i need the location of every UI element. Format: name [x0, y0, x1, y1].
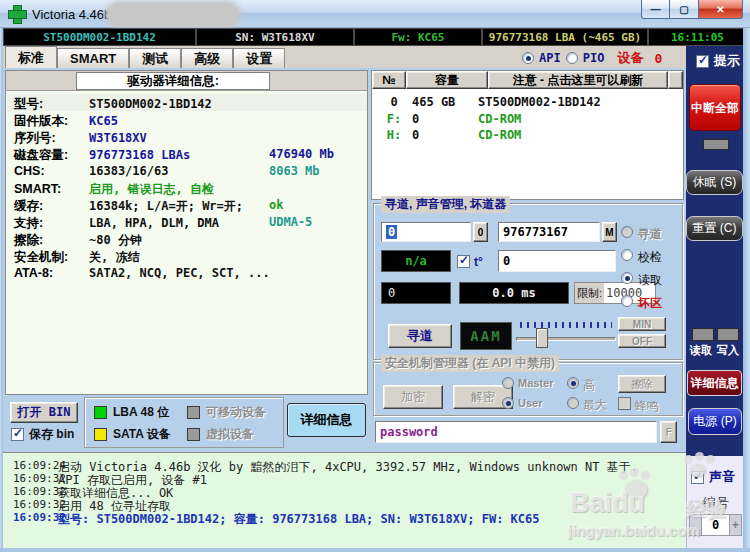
window-controls: — ▢ ✕ [641, 0, 743, 19]
seek-radio[interactable] [621, 226, 633, 238]
f-button[interactable]: F [660, 421, 677, 443]
beep-checkbox-label: 蜂鸣 [635, 398, 659, 415]
max-lba-button[interactable]: M [602, 222, 617, 242]
passport-details-button[interactable]: 详细信息 [287, 403, 366, 437]
spinner-value[interactable]: 0 [702, 514, 729, 536]
censored-blob [108, 3, 238, 26]
write-led [717, 328, 739, 341]
api-radio[interactable] [522, 52, 534, 64]
erase-button[interactable]: 擦除 [618, 375, 666, 393]
info-row-ata8: ATA-8:SATA2, NCQ, PEC, SCT, ... [14, 266, 270, 282]
seek-button[interactable]: 寻道 [388, 324, 452, 348]
info-row-serial: 序列号:W3T618XV [14, 130, 147, 146]
counter-lcd: 0 [381, 282, 451, 304]
tab-bar: 标准 SMART 测试 高级 设置 API PIO 设备 0 [3, 46, 686, 68]
security-panel: 安全机制管理器 (在 API 中禁用) 加密 解密 Master User 高 … [373, 362, 683, 416]
reset-button[interactable]: 重置 (C) [686, 216, 743, 241]
aam-slider-thumb[interactable] [536, 328, 548, 348]
drive-list-table: № 容量 注意 - 点击这里可以刷新 0 465 GB ST500DM002-1… [371, 70, 684, 200]
log-panel[interactable]: 16:09:24启动 Victoria 4.46b 汉化 by 黯然的泪下, 4… [3, 452, 686, 548]
pio-radio[interactable] [566, 52, 578, 64]
col-capacity[interactable]: 容量 [406, 71, 488, 89]
offset-input[interactable]: 0 [498, 250, 616, 272]
drive-details-button[interactable]: 详细信息 [687, 370, 742, 396]
legend-sata: SATA 设备 [94, 426, 171, 443]
high-radio-label: 高 [583, 377, 595, 394]
sound-label: 声音 [709, 468, 735, 486]
minimize-button[interactable]: — [641, 0, 670, 19]
sound-checkbox[interactable] [691, 471, 704, 484]
save-bin-checkbox[interactable] [11, 428, 24, 441]
info-row-security: 安全机制:关, 冻结 [14, 249, 139, 265]
beep-checkbox[interactable] [618, 397, 631, 410]
abort-all-button[interactable]: 中断全部 [689, 84, 741, 131]
password-input[interactable]: password [375, 421, 657, 443]
aam-min-button[interactable]: MIN [618, 317, 666, 331]
user-radio-label: User [518, 397, 542, 409]
status-clock: 16:11:05 [648, 28, 747, 46]
latency-lcd: 0.0 ms [459, 282, 569, 304]
col-refresh[interactable]: 注意 - 点击这里可以刷新 [488, 71, 668, 89]
col-number[interactable]: № [372, 71, 406, 89]
verify-radio[interactable] [621, 249, 633, 261]
app-icon [8, 5, 25, 22]
hint-group: 提示 [696, 52, 740, 70]
info-row-erase: 擦除:~80 分钟 [14, 232, 142, 248]
master-radio[interactable] [502, 377, 514, 389]
master-radio-label: Master [518, 377, 553, 389]
window-border-left [0, 28, 3, 552]
read-radio[interactable] [621, 272, 633, 284]
user-radio[interactable] [502, 397, 514, 409]
temperature-checkbox[interactable] [457, 255, 470, 268]
security-panel-title: 安全机制管理器 (在 API 中禁用) [381, 355, 559, 372]
title-bar: Victoria 4.46b — ▢ ✕ [0, 0, 750, 28]
bad-sector-radio[interactable] [621, 295, 633, 307]
maximize-button[interactable]: ▢ [670, 0, 698, 19]
info-row-model: 型号:ST500DM002-1BD142 [14, 96, 212, 112]
drive-list-header: № 容量 注意 - 点击这里可以刷新 [372, 71, 683, 89]
status-bar: ST500DM002-1BD142 SN: W3T618XV Fw: KC65 … [3, 28, 747, 46]
spinner-plus-button[interactable]: + [729, 514, 742, 536]
window-border-bottom [0, 548, 750, 552]
max-radio-label: 最大 [583, 397, 607, 414]
tab-settings[interactable]: 设置 [233, 48, 285, 68]
start-lba-input[interactable]: 0 [381, 222, 471, 242]
tab-test[interactable]: 测试 [129, 48, 181, 68]
info-row-firmware: 固件版本:KC65 [14, 113, 118, 129]
aam-slider-track[interactable] [516, 337, 616, 341]
limit-label: 限制: [575, 283, 604, 303]
temperature-label: t° [474, 255, 483, 269]
legend-virtual: 虚拟设备 [187, 426, 254, 443]
drive-info-header[interactable]: 驱动器详细信息: [76, 72, 270, 90]
end-lba-input[interactable]: 976773167 [498, 222, 600, 242]
start-zero-button[interactable]: 0 [473, 222, 488, 242]
high-radio[interactable] [567, 377, 579, 389]
tabs: 标准 SMART 测试 高级 设置 [5, 46, 285, 68]
status-capacity: 976773168 LBA (~465 GB) [482, 28, 648, 46]
victoria-window: Victoria 4.46b — ▢ ✕ ST500DM002-1BD142 S… [0, 0, 750, 552]
tab-smart[interactable]: SMART [57, 48, 129, 68]
status-model: ST500DM002-1BD142 [3, 28, 196, 46]
power-button[interactable]: 电源 (P) [688, 408, 742, 435]
save-bin-group: 保存 bin [11, 426, 74, 443]
close-button[interactable]: ✕ [698, 0, 743, 19]
open-bin-button[interactable]: 打开 BIN [10, 402, 78, 423]
device-legend: LBA 48 位 SATA 设备 可移动设备 虚拟设备 [84, 397, 284, 448]
info-row-chs: CHS:16383/16/638063 Mb [14, 164, 168, 180]
spinner-minus-button[interactable] [689, 514, 702, 536]
tab-advanced[interactable]: 高级 [181, 48, 233, 68]
legend-removable: 可移动设备 [187, 404, 266, 421]
hint-checkbox[interactable] [696, 55, 709, 68]
sata-swatch [94, 428, 107, 441]
encrypt-button[interactable]: 加密 [383, 385, 443, 409]
tab-standard[interactable]: 标准 [5, 46, 57, 68]
read-radio-label: 读取 [638, 272, 662, 289]
aam-off-button[interactable]: OFF [618, 334, 666, 348]
status-firmware: Fw: KC65 [354, 28, 482, 46]
max-radio[interactable] [567, 397, 579, 409]
info-row-cache: 缓存:16384k; L/A=开; Wr=开;ok [14, 198, 243, 214]
sleep-button[interactable]: 休眠 (S) [686, 170, 743, 195]
seek-panel-title: 寻道, 声音管理, 坏道器 [381, 196, 510, 213]
read-led [692, 328, 714, 341]
number-label: 编号 [703, 494, 729, 512]
